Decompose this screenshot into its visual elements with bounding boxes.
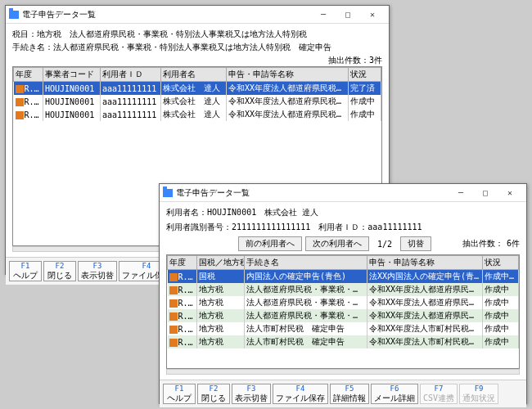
min-button[interactable]: ─ bbox=[453, 188, 469, 197]
col-header[interactable]: 利用者名 bbox=[161, 68, 227, 82]
fkey-f6[interactable]: F6メール詳細 bbox=[371, 384, 418, 404]
col-header[interactable]: 申告・申請等名称 bbox=[367, 256, 483, 270]
data-grid-b[interactable]: 年度国税／地方税手続き名申告・申請等名称状況 R.XX国税内国法人の確定申告(青… bbox=[166, 254, 520, 369]
page-indicator: 1/2 bbox=[372, 240, 397, 249]
meta-user: 利用者名：HOUJIN0001 株式会社 達人 bbox=[166, 207, 520, 218]
switch-button[interactable]: 切替 bbox=[400, 236, 431, 251]
row-icon bbox=[169, 286, 178, 294]
fkey-f3[interactable]: F3表示切替 bbox=[78, 261, 117, 281]
fkey-f2[interactable]: F2閉じる bbox=[197, 384, 230, 404]
fkey-f2[interactable]: F2閉じる bbox=[43, 261, 76, 281]
count-label: 抽出件数： bbox=[462, 238, 503, 249]
fkey-f3[interactable]: F3表示切替 bbox=[232, 384, 271, 404]
row-icon bbox=[169, 273, 178, 281]
table-row[interactable]: R.XX地方税法人市町村民税 確定申告令和XX年度法人市町村民税 確定申告作成中 bbox=[168, 322, 519, 335]
col-header[interactable]: 利用者ＩＤ bbox=[101, 68, 161, 82]
table-row[interactable]: R.XXHOUJIN0001aaa11111111株式会社 達人令和XX年度法人… bbox=[14, 82, 381, 96]
table-row[interactable]: R.XX地方税法人都道府県民税・事業税・特別法人事業…令和XX年度法人都道府県民… bbox=[168, 309, 519, 322]
col-header[interactable]: 年度 bbox=[168, 256, 197, 270]
table-row[interactable]: R.XX地方税法人都道府県民税・事業税・特別法人事業…令和XX年度法人都道府県民… bbox=[168, 283, 519, 296]
next-user-button[interactable]: 次の利用者へ bbox=[305, 236, 369, 251]
table-row[interactable]: R.XX地方税法人都道府県民税・事業税・特別法人事業…令和XX年度法人都道府県民… bbox=[168, 296, 519, 309]
titlebar[interactable]: 電子申告データ一覧 ─ □ ✕ bbox=[6, 6, 389, 24]
row-icon bbox=[16, 111, 24, 119]
table-row[interactable]: R.XX地方税法人市町村民税 確定申告令和XX年度法人市町村民税 確定申告作成中 bbox=[168, 335, 519, 348]
col-header[interactable]: 申告・申請等名称 bbox=[227, 68, 349, 82]
meta-id: 利用者識別番号：2111111111111111 利用者ＩＤ：aaa111111… bbox=[166, 222, 422, 233]
meta-proc: 手続き名：法人都道府県民税・事業税・特別法人事業税又は地方法人特別税 確定申告 bbox=[12, 42, 382, 53]
col-header[interactable]: 事業者コード bbox=[43, 68, 101, 82]
count-value: 6件 bbox=[507, 238, 520, 249]
fkey-f9: F9通知状況 bbox=[459, 384, 498, 404]
window-title: 電子申告データ一覧 bbox=[22, 9, 310, 20]
col-header[interactable]: 手続き名 bbox=[245, 256, 367, 270]
function-bar: F1ヘルプF2閉じるF3表示切替F4ファイル保存F5詳細情報F6メール詳細F7C… bbox=[160, 380, 526, 407]
folder-icon bbox=[163, 189, 173, 197]
prev-user-button[interactable]: 前の利用者へ bbox=[238, 236, 302, 251]
row-icon bbox=[169, 326, 178, 334]
col-header[interactable]: 状況 bbox=[349, 68, 381, 82]
row-icon bbox=[16, 85, 24, 93]
col-header[interactable]: 国税／地方税 bbox=[197, 256, 245, 270]
window-title: 電子申告データ一覧 bbox=[176, 187, 448, 199]
fkey-f4[interactable]: F4ファイル保存 bbox=[273, 384, 328, 404]
count-value: 3件 bbox=[369, 56, 382, 65]
window-b: 電子申告データ一覧 ─ □ ✕ 利用者名：HOUJIN0001 株式会社 達人 … bbox=[159, 183, 527, 404]
max-button[interactable]: □ bbox=[477, 188, 494, 197]
row-icon bbox=[169, 312, 178, 321]
table-row[interactable]: R.XX国税内国法人の確定申告(青色)法XX内国法人の確定申告(青色)作成中(… bbox=[168, 270, 519, 284]
row-icon bbox=[16, 98, 24, 106]
close-button[interactable]: ✕ bbox=[364, 10, 381, 19]
titlebar[interactable]: 電子申告データ一覧 ─ □ ✕ bbox=[160, 184, 526, 202]
close-button[interactable]: ✕ bbox=[502, 188, 518, 197]
fkey-f7: F7CSV連携 bbox=[420, 384, 458, 404]
row-icon bbox=[169, 299, 178, 308]
row-icon bbox=[169, 339, 178, 347]
max-button[interactable]: □ bbox=[340, 10, 356, 19]
fkey-f5[interactable]: F5詳細情報 bbox=[330, 384, 369, 404]
count-label: 抽出件数： bbox=[328, 56, 369, 65]
meta-tax: 税目：地方税 法人都道府県民税・事業税・特別法人事業税又は地方法人特別税 bbox=[12, 29, 382, 40]
table-row[interactable]: R.XXHOUJIN0001aaa11111111株式会社 達人令和XX年度法人… bbox=[14, 95, 381, 108]
fkey-f1[interactable]: F1ヘルプ bbox=[163, 384, 196, 404]
folder-icon bbox=[9, 11, 19, 19]
min-button[interactable]: ─ bbox=[315, 10, 331, 19]
col-header[interactable]: 状況 bbox=[483, 256, 519, 270]
hscrollbar[interactable] bbox=[166, 369, 520, 375]
table-row[interactable]: R.XXHOUJIN0001aaa11111111株式会社 達人令和XX年度法人… bbox=[14, 108, 381, 121]
fkey-f1[interactable]: F1ヘルプ bbox=[9, 261, 42, 281]
col-header[interactable]: 年度 bbox=[14, 68, 43, 82]
